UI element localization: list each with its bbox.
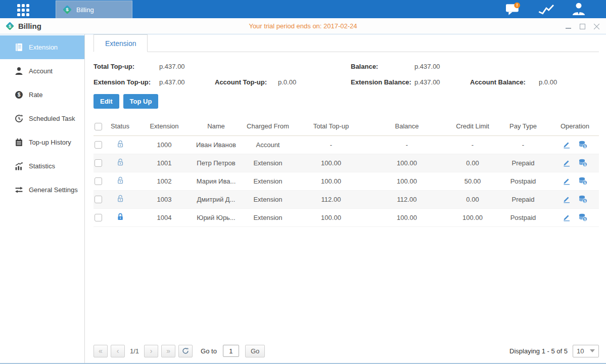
page-size-value: 10 (577, 347, 584, 355)
select-all-checkbox[interactable] (95, 123, 102, 130)
row-checkbox[interactable] (95, 141, 102, 149)
total-topup-value: p.437.00 (159, 63, 215, 70)
table-header-row: Status Extension Name Charged From Total… (94, 117, 599, 135)
app-body: Extension Account $ Rate (0, 34, 606, 363)
column-header-credit-limit[interactable]: Credit Limit (450, 117, 495, 135)
edit-row-button[interactable] (563, 177, 571, 185)
top-up-row-button[interactable]: $ (579, 177, 587, 185)
top-up-row-button[interactable]: $ (579, 159, 587, 167)
column-header-status[interactable]: Status (106, 117, 134, 135)
row-checkbox[interactable] (95, 196, 102, 203)
table-row: 1002 Мария Ива... Extension 100.00 100.0… (94, 172, 599, 190)
column-header-balance[interactable]: Balance (364, 117, 450, 135)
account-topup-label: Account Top-up: (215, 78, 278, 86)
sidebar-item-rate[interactable]: $ Rate (0, 83, 84, 107)
page-size-select[interactable]: 10 (573, 345, 599, 357)
last-page-button[interactable]: » (161, 345, 175, 357)
cell-extension: 1003 (134, 190, 195, 208)
top-up-row-button[interactable]: $ (579, 195, 587, 203)
sidebar-item-scheduled-task[interactable]: Scheduled Task (0, 107, 84, 130)
chevron-down-icon (590, 349, 595, 352)
sidebar-item-extension[interactable]: Extension (0, 35, 84, 59)
edit-row-button[interactable] (563, 195, 571, 203)
pencil-icon (563, 177, 571, 185)
topbar-icons: ! (505, 0, 586, 18)
column-header-charged-from[interactable]: Charged From (238, 117, 298, 135)
refresh-button[interactable] (178, 345, 193, 357)
top-up-row-button[interactable]: $ (579, 141, 587, 149)
cell-name: Мария Ива... (195, 172, 238, 190)
table-row: 1003 Дмитрий Д... Extension 112.00 112.0… (94, 190, 599, 208)
row-checkbox[interactable] (95, 177, 102, 185)
tab-strip: Extension (94, 34, 599, 52)
close-icon[interactable] (593, 23, 600, 30)
cell-pay-type: Prepaid (495, 154, 551, 172)
cell-charged-from: Extension (238, 208, 298, 226)
table-row: 1004 Юрий Юрь... Extension 100.00 100.00… (94, 208, 599, 226)
coins-icon: $ (579, 213, 587, 221)
edit-row-button[interactable] (563, 141, 571, 149)
svg-text:$: $ (584, 163, 586, 167)
cell-pay-type: Postpaid (495, 172, 551, 190)
table-row: 1000 Иван Иванов Account - - - - $ (94, 135, 599, 154)
lock-status-icon (116, 178, 124, 186)
column-header-extension[interactable]: Extension (134, 117, 195, 135)
extension-table: Status Extension Name Charged From Total… (94, 117, 599, 227)
sidebar-item-general-settings[interactable]: General Settings (0, 178, 84, 202)
statistics-icon (15, 162, 23, 170)
sidebar-item-statistics[interactable]: Statistics (0, 154, 84, 178)
coins-icon: $ (579, 159, 587, 167)
displaying-text: Displaying 1 - 5 of 5 (509, 347, 568, 355)
extension-topup-value: p.437.00 (159, 78, 215, 86)
user-icon (572, 3, 586, 16)
topbar-tab-billing[interactable]: $ Billing (56, 1, 132, 18)
cell-pay-type: Prepaid (495, 190, 551, 208)
user-account-button[interactable] (572, 3, 586, 16)
app-grid-icon[interactable] (17, 4, 35, 15)
pagination: « ‹ 1/1 › » Go to Go (94, 345, 265, 357)
column-header-total-topup[interactable]: Total Top-up (298, 117, 364, 135)
action-buttons: Edit Top Up (94, 94, 599, 109)
cell-charged-from: Account (238, 135, 298, 154)
edit-row-button[interactable] (563, 213, 571, 221)
edit-button[interactable]: Edit (94, 94, 119, 109)
sidebar-item-account[interactable]: Account (0, 59, 84, 83)
column-header-operation[interactable]: Operation (551, 117, 599, 135)
cell-balance: 112.00 (364, 190, 450, 208)
cell-total-topup: - (298, 135, 364, 154)
page-indicator: 1/1 (130, 347, 139, 355)
maximize-icon[interactable] (579, 23, 586, 30)
row-checkbox[interactable] (95, 214, 102, 221)
pencil-icon (563, 195, 571, 203)
top-up-row-button[interactable]: $ (579, 213, 587, 221)
notifications-button[interactable]: ! (505, 2, 521, 16)
first-page-button[interactable]: « (94, 345, 108, 357)
lock-status-icon (116, 215, 124, 222)
next-page-button[interactable]: › (144, 345, 158, 357)
extension-icon (15, 43, 23, 52)
row-checkbox[interactable] (95, 159, 102, 167)
cell-balance: 100.00 (364, 208, 450, 226)
column-header-pay-type[interactable]: Pay Type (495, 117, 551, 135)
sidebar-item-label: Statistics (29, 162, 55, 170)
svg-text:$: $ (584, 181, 586, 185)
cell-charged-from: Extension (238, 154, 298, 172)
tab-extension[interactable]: Extension (94, 34, 148, 52)
goto-label: Go to (201, 347, 217, 355)
top-up-button[interactable]: Top Up (123, 94, 159, 109)
column-header-name[interactable]: Name (195, 117, 238, 135)
resource-monitor-button[interactable] (538, 3, 554, 15)
account-balance-value: p.0.00 (539, 78, 599, 86)
prev-page-button[interactable]: ‹ (111, 345, 125, 357)
edit-row-button[interactable] (563, 159, 571, 167)
cell-charged-from: Extension (238, 172, 298, 190)
goto-page-input[interactable] (223, 345, 239, 357)
minimize-icon[interactable] (565, 23, 572, 30)
sidebar-item-topup-history[interactable]: Top-up History (0, 130, 84, 154)
cell-total-topup: 100.00 (298, 208, 364, 226)
pencil-icon (563, 159, 571, 167)
cell-name: Петр Петров (195, 154, 238, 172)
topbar: $ Billing ! (0, 0, 606, 18)
go-button[interactable]: Go (245, 345, 265, 357)
svg-text:$: $ (18, 92, 21, 98)
